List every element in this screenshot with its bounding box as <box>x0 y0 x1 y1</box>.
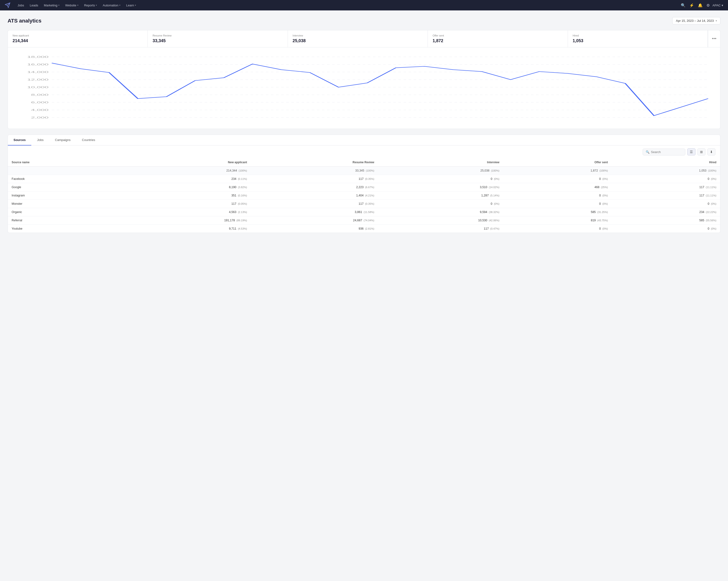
stat-value-interview: 25,038 <box>293 38 423 44</box>
row-hired: 0 (0%) <box>612 200 720 208</box>
stat-new-applicant: New applicant 214,344 <box>8 30 148 47</box>
svg-text:18,000: 18,000 <box>27 55 48 58</box>
stat-hired: Hired 1,053 <box>568 30 708 47</box>
row-interview: 3,510 (14.02%) <box>378 183 503 191</box>
row-resume-review: 117 (0.35%) <box>251 175 378 183</box>
row-new-applicant: 234 (0.11%) <box>119 175 251 183</box>
region-selector[interactable]: APAC ▾ <box>712 4 723 7</box>
row-offer-sent: 585 (31.25%) <box>503 208 612 216</box>
nav-reports[interactable]: Reports ▾ <box>82 2 100 8</box>
date-range-label: Apr 15, 2023 – Jul 14, 2023 <box>676 19 714 23</box>
table-row: Organic 4,563 (2.13%) 3,861 (11.58%) 9,5… <box>8 208 720 216</box>
svg-text:8,000: 8,000 <box>31 93 49 96</box>
svg-text:6,000: 6,000 <box>31 101 49 104</box>
total-resume-review: 33,345 (100%) <box>251 167 378 175</box>
col-new-applicant: New applicant <box>119 158 251 167</box>
table-row: Instagram 351 (0.16%) 1,404 (4.21%) 1,28… <box>8 191 720 200</box>
app-logo[interactable] <box>5 2 10 8</box>
svg-text:4,000: 4,000 <box>31 109 49 111</box>
row-resume-review: 3,861 (11.58%) <box>251 208 378 216</box>
stat-resume-review: Resume Review 33,345 <box>148 30 288 47</box>
row-new-applicant: 351 (0.16%) <box>119 191 251 200</box>
total-hired: 1,053 (100%) <box>612 167 720 175</box>
total-offer-sent: 1,872 (100%) <box>503 167 612 175</box>
bell-icon[interactable]: 🔔 <box>698 3 703 7</box>
table-row: Referral 191,178 (89.19%) 24,687 (74.04%… <box>8 216 720 225</box>
stat-interview: Interview 25,038 <box>288 30 428 47</box>
tabs-row: Sources Jobs Campaigns Countries <box>8 135 720 145</box>
stat-value-new-applicant: 214,344 <box>12 38 143 44</box>
nav-learn[interactable]: Learn ▾ <box>124 2 138 8</box>
row-source: Instagram <box>8 191 119 200</box>
nav-automation[interactable]: Automation ▾ <box>100 2 123 8</box>
row-new-applicant: 117 (0.05%) <box>119 200 251 208</box>
lightning-icon[interactable]: ⚡ <box>690 3 694 7</box>
nav-icons: 🔍 ⚡ 🔔 ⚙ <box>681 3 710 7</box>
svg-text:14,000: 14,000 <box>27 71 48 74</box>
row-offer-sent: 819 (43.75%) <box>503 216 612 225</box>
table-row: Google 8,190 (3.82%) 2,223 (6.67%) 3,510… <box>8 183 720 191</box>
stat-label-resume-review: Resume Review <box>153 34 283 37</box>
list-view-button[interactable]: ☰ <box>687 148 696 156</box>
row-source: Facebook <box>8 175 119 183</box>
row-resume-review: 24,687 (74.04%) <box>251 216 378 225</box>
main-content: ATS analytics Apr 15, 2023 – Jul 14, 202… <box>0 10 728 240</box>
row-hired: 117 (11.11%) <box>612 191 720 200</box>
row-source: Referral <box>8 216 119 225</box>
row-interview: 1,287 (5.14%) <box>378 191 503 200</box>
row-new-applicant: 8,190 (3.82%) <box>119 183 251 191</box>
website-chevron: ▾ <box>77 4 78 6</box>
row-offer-sent: 0 (0%) <box>503 191 612 200</box>
row-resume-review: 2,223 (6.67%) <box>251 183 378 191</box>
tab-campaigns[interactable]: Campaigns <box>49 135 76 145</box>
total-new-applicant: 214,344 (100%) <box>119 167 251 175</box>
col-source-name: Source name <box>8 158 119 167</box>
table-row-total: 214,344 (100%) 33,345 (100%) 25,038 (100… <box>8 167 720 175</box>
row-hired: 234 (22.22%) <box>612 208 720 216</box>
page-title: ATS analytics <box>7 18 42 24</box>
total-source <box>8 167 119 175</box>
date-range-picker[interactable]: Apr 15, 2023 – Jul 14, 2023 ▾ <box>672 17 721 24</box>
region-chevron: ▾ <box>722 4 723 7</box>
nav-website[interactable]: Website ▾ <box>63 2 81 8</box>
row-interview: 0 (0%) <box>378 200 503 208</box>
sources-table: Source name New applicant Resume Review … <box>8 158 720 233</box>
stats-row: New applicant 214,344 Resume Review 33,3… <box>7 30 721 47</box>
row-interview: 117 (0.47%) <box>378 225 503 233</box>
row-resume-review: 936 (2.81%) <box>251 225 378 233</box>
automation-chevron: ▾ <box>119 4 121 6</box>
search-input[interactable] <box>651 150 682 154</box>
svg-text:12,000: 12,000 <box>27 78 48 81</box>
stat-label-hired: Hired <box>573 34 703 37</box>
more-stats-button[interactable]: ••• <box>708 30 720 47</box>
marketing-chevron: ▾ <box>58 4 59 6</box>
search-icon[interactable]: 🔍 <box>681 3 685 7</box>
tab-sources[interactable]: Sources <box>8 135 31 145</box>
row-new-applicant: 191,178 (89.19%) <box>119 216 251 225</box>
settings-icon[interactable]: ⚙ <box>706 3 710 7</box>
download-button[interactable]: ⬇ <box>707 148 716 156</box>
stat-value-hired: 1,053 <box>573 38 703 44</box>
row-hired: 585 (55.56%) <box>612 216 720 225</box>
svg-text:2,000: 2,000 <box>31 116 49 119</box>
col-offer-sent: Offer sent <box>503 158 612 167</box>
stat-label-offer-sent: Offer sent <box>433 34 563 37</box>
grid-view-button[interactable]: ⊞ <box>697 148 705 156</box>
page-header: ATS analytics Apr 15, 2023 – Jul 14, 202… <box>7 17 721 24</box>
analytics-chart: 18,000 16,000 14,000 12,000 10,000 8,000… <box>14 52 714 123</box>
tab-countries[interactable]: Countries <box>76 135 101 145</box>
nav-marketing[interactable]: Marketing ▾ <box>42 2 62 8</box>
date-picker-chevron: ▾ <box>716 20 717 22</box>
col-hired: Hired <box>612 158 720 167</box>
row-offer-sent: 0 (0%) <box>503 200 612 208</box>
svg-text:10,000: 10,000 <box>27 86 48 89</box>
table-controls: 🔍 ☰ ⊞ ⬇ <box>8 145 720 158</box>
navbar: Jobs Leads Marketing ▾ Website ▾ Reports… <box>0 0 728 10</box>
search-box[interactable]: 🔍 <box>643 148 685 156</box>
row-offer-sent: 0 (0%) <box>503 175 612 183</box>
row-new-applicant: 9,711 (4.53%) <box>119 225 251 233</box>
row-source: Organic <box>8 208 119 216</box>
nav-leads[interactable]: Leads <box>27 2 40 8</box>
tab-jobs[interactable]: Jobs <box>31 135 49 145</box>
nav-jobs[interactable]: Jobs <box>15 2 26 8</box>
